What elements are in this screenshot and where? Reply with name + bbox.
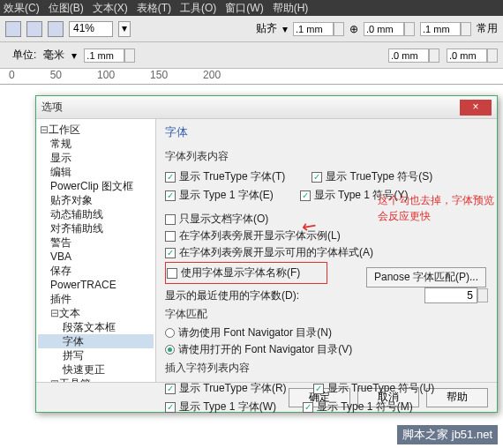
unit-label: 单位: <box>12 48 36 63</box>
checkbox[interactable]: ✓ <box>300 190 311 201</box>
tree-item[interactable]: 编辑 <box>38 165 154 179</box>
menu-bitmap[interactable]: 位图(B) <box>49 1 84 16</box>
n2b[interactable] <box>447 49 487 63</box>
toolbar-main: 41% ▾ 贴齐▾ ⊕ 常用 <box>0 16 503 42</box>
settings-pane: 字体 字体列表内容 ✓显示 TrueType 字体(T) ✓显示 TrueTyp… <box>156 119 497 382</box>
highlighted-option: 使用字体显示字体名称(F) <box>165 262 327 284</box>
nudge-b[interactable] <box>364 22 404 36</box>
menu-effect[interactable]: 效果(C) <box>4 1 40 16</box>
tree-item[interactable]: 警告 <box>38 235 154 250</box>
tree-item[interactable]: 拼写 <box>38 348 154 362</box>
category-tree[interactable]: ⊟工作区 常规 显示 编辑 PowerClip 图文框 贴齐对象 动态辅助线 对… <box>36 119 156 382</box>
menu-tools[interactable]: 工具(O) <box>180 1 216 16</box>
recent-label: 显示的最近使用的字体数(D): <box>165 288 299 303</box>
tool-icon[interactable] <box>48 21 64 37</box>
nudge2[interactable] <box>84 49 124 63</box>
tree-item[interactable]: PowerTRACE <box>38 278 154 292</box>
checkbox[interactable]: ✓ <box>165 190 176 201</box>
tree-item[interactable]: PowerClip 图文框 <box>38 179 154 193</box>
checkbox[interactable]: ✓ <box>312 172 322 183</box>
menu-text[interactable]: 文本(X) <box>93 1 128 16</box>
options-dialog: 选项 × ⊟工作区 常规 显示 编辑 PowerClip 图文框 贴齐对象 动态… <box>35 95 498 413</box>
nudge-a[interactable] <box>293 22 334 36</box>
close-button[interactable]: × <box>460 100 492 116</box>
tree-item[interactable]: 对齐辅助线 <box>38 221 154 235</box>
tree-item[interactable]: 保存 <box>38 264 154 278</box>
unit-select[interactable]: 毫米 <box>43 48 64 63</box>
menu-table[interactable]: 表格(T) <box>137 1 171 16</box>
zoom-dropdown[interactable]: ▾ <box>118 21 131 37</box>
mode-label[interactable]: 常用 <box>477 21 498 36</box>
tree-item[interactable]: VBA <box>38 250 154 264</box>
tree-item[interactable]: 常规 <box>38 137 154 151</box>
pane-title: 字体 <box>165 124 488 140</box>
toolbar-property: 单位: 毫米▾ <box>0 42 503 69</box>
checkbox[interactable]: ✓ <box>165 172 176 183</box>
horizontal-ruler: 050100150200 <box>0 69 503 85</box>
tree-item[interactable]: 段落文本框 <box>38 320 154 334</box>
tree-item[interactable]: 动态辅助线 <box>38 207 154 221</box>
tree-item-font[interactable]: 字体 <box>38 334 154 348</box>
checkbox[interactable] <box>165 231 176 242</box>
checkbox-font-name[interactable] <box>167 268 177 279</box>
n2a[interactable] <box>388 49 429 63</box>
menu-bar: 效果(C) 位图(B) 文本(X) 表格(T) 工具(O) 窗口(W) 帮助(H… <box>0 0 503 16</box>
radio[interactable] <box>165 328 175 338</box>
watermark: 脚本之家 jb51.net <box>397 425 498 444</box>
annotation-text: 这个勾也去掉，字体预览 会反应更快 <box>378 192 494 224</box>
checkbox[interactable]: ✓ <box>165 248 176 258</box>
tree-item[interactable]: 快速更正 <box>38 362 154 377</box>
tool-icon[interactable] <box>5 21 21 37</box>
checkbox[interactable]: ✓ <box>165 384 176 394</box>
panose-button[interactable]: Panose 字体匹配(P)... <box>366 267 486 287</box>
tree-item[interactable]: 显示 <box>38 151 154 165</box>
menu-help[interactable]: 帮助(H) <box>273 1 309 16</box>
dialog-title: 选项 <box>41 100 460 115</box>
tree-item[interactable]: 贴齐对象 <box>38 193 154 207</box>
radio[interactable] <box>165 345 175 355</box>
checkbox[interactable] <box>165 214 176 225</box>
menu-window[interactable]: 窗口(W) <box>225 1 263 16</box>
zoom-input[interactable]: 41% <box>69 21 113 37</box>
tool-icon[interactable] <box>26 21 42 37</box>
recent-count-input[interactable] <box>424 287 477 303</box>
group-label: 插入字符列表内容 <box>165 361 488 376</box>
nudge-c[interactable] <box>420 22 461 36</box>
group-label: 字体匹配 <box>165 307 488 322</box>
checkbox[interactable]: ✓ <box>303 402 313 413</box>
group-label: 字体列表内容 <box>165 149 488 164</box>
tree-item[interactable]: 插件 <box>38 292 154 306</box>
checkbox[interactable]: ✓ <box>313 384 324 394</box>
checkbox[interactable]: ✓ <box>165 402 176 413</box>
snap-label[interactable]: 贴齐 <box>256 21 277 36</box>
